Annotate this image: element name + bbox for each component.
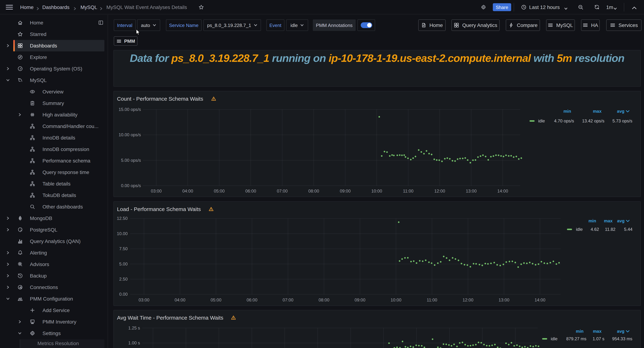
- svg-text:min: min: [588, 218, 596, 223]
- svg-text:max: max: [604, 218, 613, 223]
- svg-text:09:00: 09:00: [340, 188, 350, 193]
- svg-text:08:00: 08:00: [308, 188, 319, 193]
- svg-text:879.27 ms: 879.27 ms: [566, 336, 586, 341]
- svg-text:1.25 s: 1.25 s: [128, 325, 140, 330]
- svg-text:idle: idle: [551, 336, 558, 341]
- svg-text:10.00 ops/s: 10.00 ops/s: [118, 132, 141, 137]
- svg-text:10:00: 10:00: [390, 298, 402, 302]
- svg-text:14:00: 14:00: [534, 298, 545, 302]
- svg-text:07:00: 07:00: [277, 188, 288, 193]
- svg-text:11.82: 11.82: [605, 227, 616, 232]
- svg-text:5.44: 5.44: [624, 227, 632, 232]
- svg-text:07:00: 07:00: [282, 298, 294, 302]
- svg-text:10:00: 10:00: [371, 188, 382, 193]
- svg-text:7.50: 7.50: [119, 246, 128, 251]
- svg-text:11:00: 11:00: [427, 298, 437, 302]
- svg-text:0.00 ops/s: 0.00 ops/s: [121, 183, 141, 188]
- svg-text:08:00: 08:00: [318, 298, 330, 302]
- svg-text:954.33 ms: 954.33 ms: [612, 336, 632, 341]
- svg-text:13:00: 13:00: [498, 298, 509, 302]
- svg-text:14:00: 14:00: [497, 188, 508, 193]
- svg-text:09:00: 09:00: [354, 298, 366, 302]
- svg-text:06:00: 06:00: [246, 298, 258, 302]
- svg-text:2.50: 2.50: [119, 277, 128, 282]
- svg-text:idle: idle: [538, 118, 545, 123]
- svg-text:avg: avg: [617, 218, 624, 223]
- svg-text:06:00: 06:00: [245, 188, 256, 193]
- svg-text:12:00: 12:00: [462, 298, 473, 302]
- svg-text:5.00: 5.00: [119, 262, 128, 266]
- svg-text:max: max: [593, 109, 602, 113]
- svg-text:11:00: 11:00: [403, 188, 414, 193]
- svg-text:min: min: [576, 329, 584, 334]
- svg-text:15.00 ops/s: 15.00 ops/s: [118, 107, 141, 112]
- svg-text:13.42 ops/s: 13.42 ops/s: [582, 118, 604, 123]
- svg-text:04:00: 04:00: [182, 188, 193, 193]
- svg-text:13:00: 13:00: [466, 188, 476, 193]
- svg-text:avg: avg: [617, 109, 624, 113]
- svg-text:12.50: 12.50: [117, 216, 128, 221]
- svg-text:03:00: 03:00: [138, 298, 150, 302]
- svg-text:5.73 ops/s: 5.73 ops/s: [612, 118, 632, 123]
- svg-text:idle: idle: [576, 227, 582, 232]
- svg-text:max: max: [593, 329, 602, 334]
- svg-text:04:00: 04:00: [174, 298, 186, 302]
- svg-text:12:00: 12:00: [434, 188, 445, 193]
- svg-text:1.07 s: 1.07 s: [593, 336, 604, 341]
- svg-text:05:00: 05:00: [214, 188, 225, 193]
- svg-text:1.00 s: 1.00 s: [128, 340, 140, 345]
- svg-text:03:00: 03:00: [151, 188, 162, 193]
- svg-text:min: min: [564, 109, 571, 113]
- svg-text:10.00: 10.00: [117, 231, 128, 236]
- svg-text:05:00: 05:00: [210, 298, 222, 302]
- svg-text:5.00 ops/s: 5.00 ops/s: [121, 158, 141, 163]
- svg-text:0.00: 0.00: [119, 292, 128, 297]
- svg-text:4.62: 4.62: [590, 227, 599, 232]
- svg-text:avg: avg: [617, 329, 624, 334]
- svg-text:4.70 ops/s: 4.70 ops/s: [554, 118, 574, 123]
